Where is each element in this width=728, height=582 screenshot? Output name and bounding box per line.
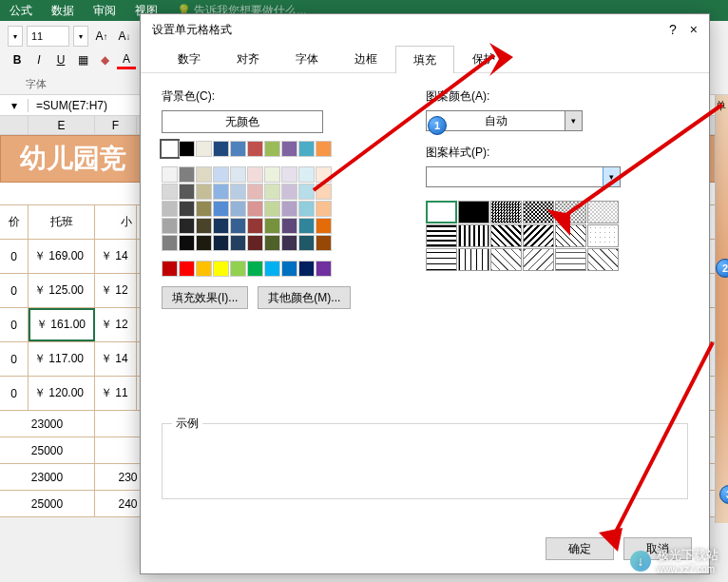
- tab-fill[interactable]: 填充: [395, 46, 454, 73]
- color-swatch[interactable]: [162, 218, 178, 234]
- color-swatch[interactable]: [316, 201, 332, 217]
- pattern-thin-h[interactable]: [426, 248, 457, 271]
- tab-protection[interactable]: 保护: [454, 45, 513, 72]
- pattern-thin-rev-diag[interactable]: [523, 248, 554, 271]
- color-swatch[interactable]: [179, 141, 195, 157]
- pattern-gray25[interactable]: [555, 201, 586, 223]
- color-swatch[interactable]: [316, 141, 332, 157]
- color-swatch[interactable]: [316, 218, 332, 234]
- color-swatch[interactable]: [179, 218, 195, 234]
- color-swatch[interactable]: [230, 218, 246, 234]
- pattern-diag-cross[interactable]: [555, 224, 586, 247]
- color-swatch[interactable]: [230, 261, 246, 277]
- color-swatch[interactable]: [230, 235, 246, 251]
- color-swatch[interactable]: [264, 218, 280, 234]
- color-swatch[interactable]: [179, 201, 195, 217]
- pattern-diag-stripe[interactable]: [490, 224, 522, 247]
- color-swatch[interactable]: [196, 218, 212, 234]
- ribbon-tab-review[interactable]: 审阅: [84, 3, 125, 19]
- font-color-icon[interactable]: A: [117, 50, 136, 69]
- color-swatch[interactable]: [264, 201, 280, 217]
- pattern-h-stripe[interactable]: [426, 224, 457, 247]
- pattern-none[interactable]: [426, 201, 457, 223]
- font-size-input[interactable]: 11: [27, 26, 69, 47]
- color-swatch[interactable]: [213, 235, 229, 251]
- color-swatch[interactable]: [230, 201, 246, 217]
- cell[interactable]: 23000: [0, 411, 95, 436]
- pattern-gray75[interactable]: [490, 201, 522, 223]
- cell[interactable]: ￥ 169.00: [29, 240, 95, 273]
- pattern-color-dropdown[interactable]: 自动 ▾: [426, 110, 583, 131]
- color-swatch[interactable]: [196, 184, 212, 200]
- cell[interactable]: 0: [0, 308, 29, 341]
- ribbon-tab-formula[interactable]: 公式: [0, 3, 42, 19]
- underline-icon[interactable]: U: [51, 50, 70, 69]
- color-swatch[interactable]: [179, 184, 195, 200]
- pattern-gray12[interactable]: [587, 201, 619, 223]
- ok-button[interactable]: 确定: [546, 537, 614, 560]
- color-swatch[interactable]: [196, 141, 212, 157]
- cell[interactable]: ￥ 12: [95, 274, 137, 307]
- color-swatch[interactable]: [264, 235, 280, 251]
- close-icon[interactable]: ×: [690, 22, 698, 37]
- color-swatch[interactable]: [264, 184, 280, 200]
- pattern-gray50[interactable]: [523, 201, 554, 223]
- color-swatch[interactable]: [264, 261, 280, 277]
- color-swatch[interactable]: [247, 166, 263, 183]
- color-swatch[interactable]: [247, 141, 263, 157]
- color-swatch[interactable]: [213, 218, 229, 234]
- pattern-thick-diag[interactable]: [587, 224, 619, 247]
- cell[interactable]: ￥ 125.00: [29, 274, 95, 307]
- color-swatch[interactable]: [298, 235, 315, 251]
- fill-color-icon[interactable]: ◆: [95, 50, 114, 69]
- cell[interactable]: ￥ 12: [95, 308, 137, 341]
- color-swatch[interactable]: [196, 261, 212, 277]
- color-swatch[interactable]: [264, 166, 280, 183]
- color-swatch[interactable]: [230, 141, 246, 157]
- ribbon-tab-data[interactable]: 数据: [42, 3, 84, 19]
- color-swatch[interactable]: [281, 166, 297, 183]
- color-swatch[interactable]: [298, 201, 315, 217]
- border-icon[interactable]: ▦: [73, 50, 92, 69]
- color-swatch[interactable]: [213, 261, 229, 277]
- color-swatch[interactable]: [196, 235, 212, 251]
- tab-alignment[interactable]: 对齐: [219, 45, 278, 72]
- color-swatch[interactable]: [230, 166, 246, 183]
- col-header-e[interactable]: E: [29, 116, 95, 134]
- increase-font-icon[interactable]: A↑: [92, 27, 111, 46]
- cell[interactable]: ￥ 14: [95, 342, 137, 376]
- color-swatch[interactable]: [213, 184, 229, 200]
- color-swatch[interactable]: [179, 166, 195, 183]
- bold-icon[interactable]: B: [8, 50, 27, 69]
- no-color-button[interactable]: 无颜色: [162, 110, 323, 133]
- cell[interactable]: 0: [0, 377, 29, 410]
- tab-border[interactable]: 边框: [336, 45, 395, 72]
- color-swatch[interactable]: [298, 218, 315, 234]
- cell[interactable]: ￥ 11: [95, 377, 137, 410]
- color-swatch[interactable]: [316, 235, 332, 251]
- color-swatch[interactable]: [196, 166, 212, 183]
- cell[interactable]: ￥ 14: [95, 240, 137, 273]
- name-box[interactable]: ▾: [0, 99, 29, 112]
- cell[interactable]: 0: [0, 342, 29, 376]
- tab-font[interactable]: 字体: [278, 45, 336, 72]
- col-header-blank[interactable]: [0, 116, 29, 134]
- color-swatch[interactable]: [264, 141, 280, 157]
- font-name-dropdown[interactable]: ▾: [8, 26, 23, 47]
- color-swatch[interactable]: [298, 141, 315, 157]
- color-swatch[interactable]: [196, 201, 212, 217]
- color-swatch[interactable]: [298, 166, 315, 183]
- cell[interactable]: 23000: [0, 464, 95, 490]
- cell[interactable]: 25000: [0, 491, 95, 516]
- cell[interactable]: ￥ 120.00: [29, 377, 95, 410]
- color-swatch[interactable]: [162, 141, 178, 157]
- color-swatch[interactable]: [316, 184, 332, 200]
- pattern-rev-diag[interactable]: [523, 224, 554, 247]
- color-swatch[interactable]: [281, 261, 297, 277]
- pattern-thin-grid[interactable]: [555, 248, 586, 271]
- tab-number[interactable]: 数字: [160, 45, 219, 72]
- color-swatch[interactable]: [247, 201, 263, 217]
- italic-icon[interactable]: I: [29, 50, 48, 69]
- color-swatch[interactable]: [162, 235, 178, 251]
- color-swatch[interactable]: [316, 261, 332, 277]
